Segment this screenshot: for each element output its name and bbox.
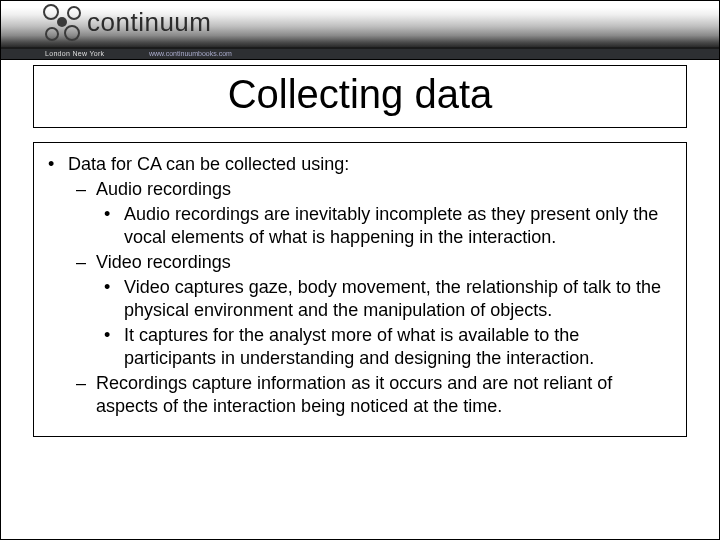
list-text: Video recordings xyxy=(96,251,672,274)
list-text: It captures for the analyst more of what… xyxy=(124,324,672,370)
list-text: Audio recordings are inevitably incomple… xyxy=(124,203,672,249)
list-item: Audio recordings xyxy=(76,178,672,201)
list-text: Recordings capture information as it occ… xyxy=(96,372,672,418)
bullet-icon xyxy=(104,276,124,299)
bullet-icon xyxy=(48,153,68,176)
header-subbar xyxy=(1,49,719,59)
list-item: It captures for the analyst more of what… xyxy=(104,324,672,370)
list-text: Data for CA can be collected using: xyxy=(68,153,672,176)
list-text: Audio recordings xyxy=(96,178,672,201)
list-item: Data for CA can be collected using: xyxy=(48,153,672,176)
title-box: Collecting data xyxy=(33,65,687,128)
list-text: Video captures gaze, body movement, the … xyxy=(124,276,672,322)
bullet-icon xyxy=(104,324,124,347)
list-item: Recordings capture information as it occ… xyxy=(76,372,672,418)
list-item: Audio recordings are inevitably incomple… xyxy=(104,203,672,249)
header-cities: London New York xyxy=(45,50,104,57)
dash-icon xyxy=(76,178,96,201)
logo-mark-icon xyxy=(45,5,79,39)
dash-icon xyxy=(76,251,96,274)
bullet-icon xyxy=(104,203,124,226)
brand-text: continuum xyxy=(87,7,211,38)
list-item: Video recordings xyxy=(76,251,672,274)
header-bottomline xyxy=(1,59,719,60)
slide: continuum London New York www.continuumb… xyxy=(0,0,720,540)
list-item: Video captures gaze, body movement, the … xyxy=(104,276,672,322)
header-url: www.continuumbooks.com xyxy=(149,50,232,57)
header-bar: continuum London New York www.continuumb… xyxy=(1,1,719,59)
logo: continuum xyxy=(45,5,211,39)
dash-icon xyxy=(76,372,96,395)
content-box: Data for CA can be collected using: Audi… xyxy=(33,142,687,437)
page-title: Collecting data xyxy=(42,72,678,117)
